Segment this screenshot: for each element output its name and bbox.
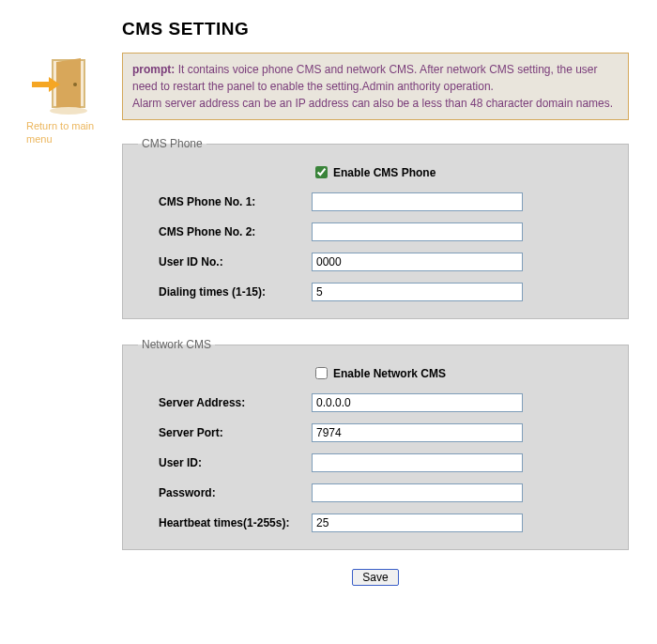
server-port-input[interactable] xyxy=(312,423,523,442)
return-main-menu-link[interactable]: Return to main menu xyxy=(9,119,113,146)
password-label: Password: xyxy=(138,486,312,499)
server-port-label: Server Port: xyxy=(138,426,312,439)
enable-cms-phone-checkbox[interactable] xyxy=(315,166,328,178)
password-input[interactable] xyxy=(312,483,523,502)
network-userid-label: User ID: xyxy=(138,456,312,469)
prompt-text-2: Alarm server address can be an IP addres… xyxy=(132,97,613,110)
enable-cms-phone-label: Enable CMS Phone xyxy=(333,166,435,179)
page-title: CMS SETTING xyxy=(122,19,629,39)
enable-network-cms-checkbox[interactable] xyxy=(315,367,328,379)
enable-network-cms-label: Enable Network CMS xyxy=(333,367,446,380)
server-address-input[interactable] xyxy=(312,393,523,412)
network-cms-fieldset: Network CMS Enable Network CMS Server Ad… xyxy=(122,338,629,550)
server-address-label: Server Address: xyxy=(138,396,312,409)
network-userid-input[interactable] xyxy=(312,453,523,472)
cms-phone-legend: CMS Phone xyxy=(138,137,206,150)
svg-point-3 xyxy=(50,107,87,115)
network-cms-legend: Network CMS xyxy=(138,338,215,351)
cms-phone-fieldset: CMS Phone Enable CMS Phone CMS Phone No.… xyxy=(122,137,629,319)
cms-phone1-input[interactable] xyxy=(312,192,523,211)
cms-phone2-label: CMS Phone No. 2: xyxy=(138,225,312,238)
cms-phone2-input[interactable] xyxy=(312,222,523,241)
cms-phone1-label: CMS Phone No. 1: xyxy=(138,195,312,208)
save-button[interactable]: Save xyxy=(352,569,398,586)
heartbeat-input[interactable] xyxy=(312,514,523,532)
prompt-text-1: It contains voice phone CMS and network … xyxy=(132,63,598,93)
cms-userid-label: User ID No.: xyxy=(138,255,312,268)
heartbeat-label: Heartbeat times(1-255s): xyxy=(138,516,312,529)
prompt-label: prompt: xyxy=(132,63,175,76)
dialing-times-label: Dialing times (1-15): xyxy=(138,285,312,299)
cms-userid-input[interactable] xyxy=(312,253,523,271)
dialing-times-input[interactable] xyxy=(312,283,523,301)
svg-point-2 xyxy=(73,83,77,86)
prompt-box: prompt: It contains voice phone CMS and … xyxy=(122,53,629,120)
door-exit-icon xyxy=(30,56,92,117)
